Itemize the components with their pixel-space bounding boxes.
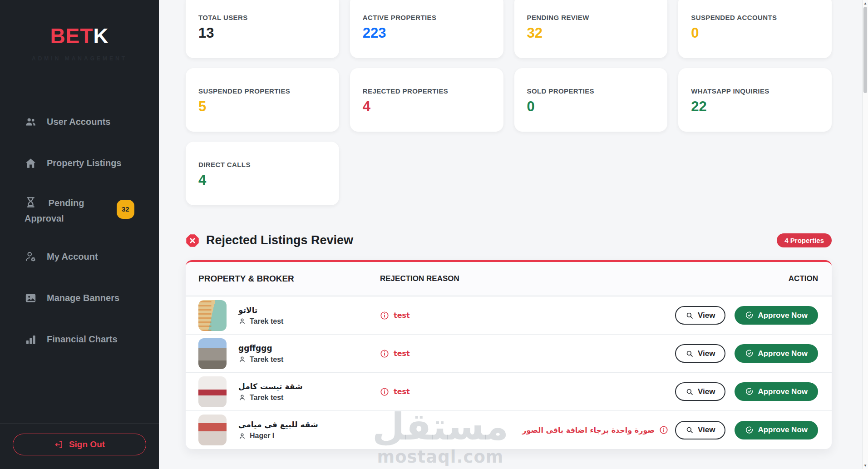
approve-now-button[interactable]: Approve Now	[735, 344, 818, 363]
brand-logo-red: BET	[50, 24, 93, 48]
sidebar-item-label: User Accounts	[47, 117, 110, 127]
property-thumbnail	[198, 415, 227, 445]
sign-out-label: Sign Out	[69, 439, 105, 449]
broker-name: Hager I	[238, 432, 318, 440]
section-title: Rejected Listings Review	[206, 233, 353, 247]
person-icon	[238, 317, 246, 325]
stat-label: SOLD PROPERTIES	[527, 87, 655, 95]
stat-value: 4	[363, 99, 491, 115]
stat-label: WHATSAPP INQUIRIES	[691, 87, 819, 95]
sign-out-button[interactable]: Sign Out	[13, 434, 146, 455]
rejection-reason-text: صورة واحدة برجاء اضافة باقى الصور	[522, 426, 655, 434]
action-cell: View Approve Now	[668, 344, 818, 363]
rejection-reason-text: test	[394, 387, 410, 396]
stat-cards: TOTAL USERS 13 ACTIVE PROPERTIES 223 PEN…	[186, 0, 832, 205]
app-window: BETK ADMIN MANAGEMENT User Accounts Prop…	[0, 0, 868, 469]
stat-card-sold-properties: SOLD PROPERTIES 0	[514, 68, 668, 132]
rejection-reason-cell: test	[380, 349, 668, 358]
action-cell: View Approve Now	[668, 382, 818, 401]
search-icon	[686, 426, 694, 434]
image-icon	[25, 292, 37, 304]
sidebar-item-property-listings[interactable]: Property Listings	[0, 152, 159, 174]
view-button[interactable]: View	[675, 382, 725, 401]
sidebar-footer: Sign Out	[0, 423, 159, 469]
property-broker-cell: شقة تيست كامل Tarek test	[198, 376, 380, 407]
logout-icon	[54, 440, 64, 449]
main-content: TOTAL USERS 13 ACTIVE PROPERTIES 223 PEN…	[159, 0, 868, 469]
sidebar-item-my-account[interactable]: My Account	[0, 246, 159, 267]
brand-subtitle: ADMIN MANAGEMENT	[0, 55, 159, 62]
brand-logo-white: K	[93, 24, 108, 48]
stat-value: 13	[198, 25, 326, 41]
sidebar: BETK ADMIN MANAGEMENT User Accounts Prop…	[0, 0, 159, 469]
stat-card-suspended-properties: SUSPENDED PROPERTIES 5	[186, 68, 339, 132]
sidebar-item-user-accounts[interactable]: User Accounts	[0, 111, 159, 133]
sidebar-item-financial-charts[interactable]: Financial Charts	[0, 328, 159, 350]
user-gear-icon	[25, 251, 37, 263]
approve-now-button[interactable]: Approve Now	[735, 421, 818, 439]
table-row: ggffggg Tarek test test View	[186, 335, 832, 373]
pending-count-badge: 32	[117, 200, 134, 219]
rejected-x-octagon-icon	[186, 234, 199, 247]
table-row: تالاتو Tarek test test View	[186, 296, 832, 335]
stat-value: 5	[198, 99, 326, 115]
stat-label: PENDING REVIEW	[527, 14, 655, 21]
scrollbar-down-arrow[interactable]: ▼	[863, 464, 868, 468]
vertical-scrollbar[interactable]: ▲ ▼	[862, 0, 868, 469]
table-row: شقة تيست كامل Tarek test test View	[186, 373, 832, 411]
sidebar-item-manage-banners[interactable]: Manage Banners	[0, 287, 159, 309]
info-icon	[380, 387, 389, 396]
sidebar-item-label: Manage Banners	[47, 293, 119, 303]
check-circle-icon	[745, 387, 754, 396]
check-circle-icon	[745, 311, 754, 320]
property-thumbnail	[198, 376, 227, 407]
stat-card-suspended-accounts: SUSPENDED ACCOUNTS 0	[678, 0, 832, 58]
stat-card-active-properties: ACTIVE PROPERTIES 223	[350, 0, 503, 58]
rejection-reason-cell: test	[380, 311, 668, 320]
approve-now-button[interactable]: Approve Now	[735, 382, 818, 401]
column-header-action: ACTION	[668, 274, 818, 283]
properties-count-badge: 4 Properties	[777, 233, 832, 247]
stat-value: 4	[198, 172, 326, 188]
column-header-rejection-reason: REJECTION REASON	[380, 274, 668, 283]
stat-label: SUSPENDED ACCOUNTS	[691, 14, 819, 21]
stat-card-pending-review: PENDING REVIEW 32	[514, 0, 668, 58]
stat-value: 0	[691, 25, 819, 41]
scrollbar-thumb[interactable]	[863, 7, 867, 93]
action-cell: View Approve Now	[668, 306, 818, 325]
rejection-reason-cell: test	[380, 387, 668, 396]
person-icon	[238, 394, 246, 401]
property-broker-cell: شقه للبيع فى ميامى Hager I	[198, 415, 380, 445]
property-thumbnail	[198, 300, 227, 331]
property-title: شقه للبيع فى ميامى	[238, 420, 318, 429]
column-header-property-broker: PROPERTY & BROKER	[198, 274, 380, 284]
sidebar-nav: User Accounts Property Listings Pending …	[0, 111, 159, 350]
sidebar-item-pending-approval[interactable]: Pending Approval 32	[0, 193, 113, 226]
hourglass-icon	[25, 196, 37, 208]
table-header-row: PROPERTY & BROKER REJECTION REASON ACTIO…	[186, 262, 832, 296]
rejection-reason-text: test	[394, 311, 410, 320]
search-icon	[686, 388, 694, 396]
action-cell: View Approve Now	[668, 421, 818, 439]
broker-name: Tarek test	[238, 317, 283, 326]
stat-label: DIRECT CALLS	[198, 161, 326, 168]
broker-name: Tarek test	[238, 394, 303, 402]
rejected-section-header: Rejected Listings Review 4 Properties	[186, 233, 832, 247]
person-icon	[238, 432, 246, 440]
broker-name: Tarek test	[238, 355, 283, 364]
property-title: شقة تيست كامل	[238, 382, 303, 391]
view-button[interactable]: View	[675, 344, 725, 363]
stat-value: 0	[527, 99, 655, 115]
approve-now-button[interactable]: Approve Now	[735, 306, 818, 325]
person-icon	[238, 355, 246, 363]
scrollbar-up-arrow[interactable]: ▲	[863, 1, 868, 5]
property-broker-cell: تالاتو Tarek test	[198, 300, 380, 331]
stat-card-total-users: TOTAL USERS 13	[186, 0, 339, 58]
view-button[interactable]: View	[675, 421, 725, 439]
view-button[interactable]: View	[675, 306, 725, 325]
rejected-listings-table: PROPERTY & BROKER REJECTION REASON ACTIO…	[186, 260, 832, 449]
bar-chart-icon	[25, 333, 37, 346]
sidebar-item-label: My Account	[47, 252, 98, 262]
info-icon	[380, 311, 389, 320]
stat-value: 32	[527, 25, 655, 41]
